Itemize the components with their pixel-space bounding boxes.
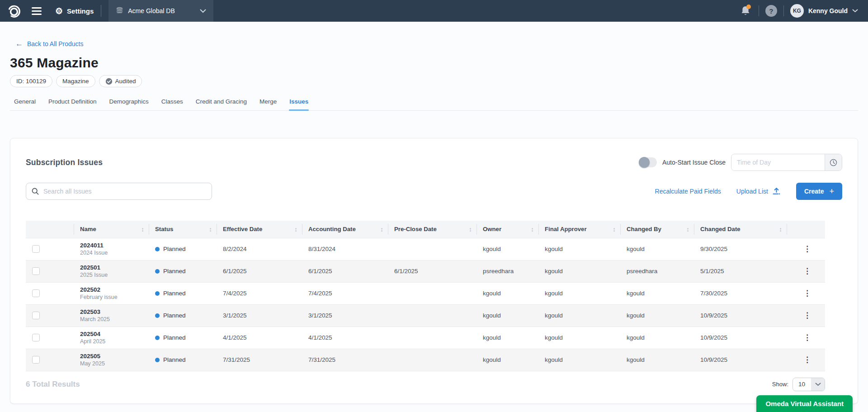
column-header-pre-close-date[interactable]: Pre-Close Date ↕ (388, 221, 476, 238)
accounting-date-cell: 7/31/2025 (302, 349, 388, 371)
tab-issues[interactable]: Issues (289, 98, 309, 110)
row-actions-menu-icon[interactable]: ⋮ (801, 355, 814, 365)
chevron-down-icon (200, 9, 206, 13)
column-header-owner[interactable]: Owner ↕ (476, 221, 538, 238)
row-checkbox[interactable] (32, 267, 40, 275)
card-title: Subscription Issues (26, 158, 103, 167)
status-badge: Magazine (56, 75, 95, 87)
row-checkbox[interactable] (32, 289, 40, 297)
page-size-select[interactable]: 10 (793, 378, 825, 391)
tab-demographics[interactable]: Demographics (109, 98, 149, 110)
sort-icon[interactable]: ↕ (779, 226, 783, 233)
status-badge: Audited (99, 75, 142, 87)
subscription-issues-card: Subscription Issues Auto-Start Issue Clo… (10, 138, 858, 404)
accounting-date-cell: 4/1/2025 (302, 327, 388, 349)
search-input[interactable] (43, 188, 206, 195)
navbar-divider (783, 5, 784, 16)
column-header-status[interactable]: Status ↕ (149, 221, 217, 238)
top-navbar: ⚙ Settings Acme Global DB ? KG Kenny Gou… (0, 0, 868, 22)
row-actions-menu-icon[interactable]: ⋮ (801, 333, 814, 342)
column-header-changed-date[interactable]: Changed Date ↕ (694, 221, 787, 238)
issue-name[interactable]: 202504 (80, 331, 145, 337)
database-selector[interactable]: Acme Global DB (108, 0, 213, 22)
row-checkbox[interactable] (32, 356, 40, 364)
issue-name[interactable]: 202502 (80, 286, 145, 293)
navbar-divider (759, 5, 759, 16)
row-actions-menu-icon[interactable]: ⋮ (801, 311, 814, 320)
effective-date-cell: 4/1/2025 (217, 327, 302, 349)
pre-close-date-cell (388, 238, 476, 260)
issue-name[interactable]: 2024011 (80, 242, 145, 249)
row-actions-menu-icon[interactable]: ⋮ (801, 266, 814, 276)
column-header-accounting-date[interactable]: Accounting Date ↕ (302, 221, 388, 238)
show-label: Show: (772, 381, 788, 388)
final-approver-cell: kgould (538, 238, 620, 260)
final-approver-cell: kgould (538, 327, 620, 349)
tab-merge[interactable]: Merge (259, 98, 277, 110)
row-checkbox[interactable] (32, 312, 40, 319)
owner-cell: kgould (476, 238, 538, 260)
tab-label: Product Definition (48, 98, 97, 105)
column-header-label: Name (80, 226, 96, 232)
status-label: Planned (163, 290, 186, 297)
status-dot-icon (155, 358, 160, 362)
hamburger-menu-icon[interactable] (32, 7, 42, 15)
virtual-assistant-button[interactable]: Omeda Virtual Assistant (756, 395, 853, 412)
column-header-name[interactable]: Name ↕ (74, 221, 149, 238)
sort-icon[interactable]: ↕ (294, 226, 298, 233)
column-header-label: Owner (483, 226, 501, 232)
table-body: 2024011 2024 Issue Planned 8/2/2024 8/31… (26, 238, 825, 371)
navbar-divider (101, 5, 101, 17)
issue-subtitle: 2024 Issue (80, 250, 145, 256)
tab-product-definition[interactable]: Product Definition (48, 98, 97, 110)
sort-icon[interactable]: ↕ (469, 226, 473, 233)
issue-name[interactable]: 202505 (80, 353, 145, 360)
clock-icon[interactable] (825, 154, 842, 170)
help-button[interactable]: ? (765, 5, 777, 17)
row-actions-menu-icon[interactable]: ⋮ (801, 289, 814, 298)
issue-name[interactable]: 202501 (80, 264, 145, 271)
notification-dot (746, 5, 751, 9)
tab-label: General (14, 98, 36, 105)
sort-icon[interactable]: ↕ (613, 226, 617, 233)
gear-icon: ⚙ (55, 7, 63, 15)
tab-label: Merge (259, 98, 277, 105)
back-link[interactable]: ← Back to All Products (15, 40, 84, 47)
sort-icon[interactable]: ↕ (141, 226, 145, 233)
notifications-button[interactable] (741, 5, 750, 16)
tab-bar: General Product Definition Demographics … (10, 98, 858, 111)
column-header-final-approver[interactable]: Final Approver ↕ (538, 221, 620, 238)
owner-cell: psreedhara (476, 260, 538, 282)
recalculate-paid-fields-link[interactable]: Recalculate Paid Fields (655, 188, 721, 195)
table-row: 2024011 2024 Issue Planned 8/2/2024 8/31… (26, 238, 825, 260)
actions-column (787, 221, 825, 238)
issue-name[interactable]: 202503 (80, 308, 145, 315)
row-checkbox[interactable] (32, 245, 40, 253)
changed-by-cell: kgould (620, 304, 694, 327)
chevron-down-icon (852, 9, 858, 13)
user-menu[interactable]: KG Kenny Gould (790, 4, 858, 18)
tab-credit-and-gracing[interactable]: Credit and Gracing (195, 98, 247, 110)
user-name: Kenny Gould (808, 7, 848, 14)
column-header-changed-by[interactable]: Changed By ↕ (620, 221, 694, 238)
nav-settings[interactable]: ⚙ Settings (55, 7, 94, 15)
select-all-column (26, 221, 74, 238)
omeda-logo-icon[interactable] (6, 3, 22, 19)
audited-check-icon (105, 78, 113, 85)
upload-list-link[interactable]: Upload List (736, 187, 781, 195)
tab-general[interactable]: General (14, 98, 36, 110)
final-approver-cell: kgould (538, 304, 620, 327)
column-header-effective-date[interactable]: Effective Date ↕ (217, 221, 302, 238)
sort-icon[interactable]: ↕ (531, 226, 535, 233)
sort-icon[interactable]: ↕ (209, 226, 213, 233)
row-actions-menu-icon[interactable]: ⋮ (801, 244, 814, 254)
time-of-day-field (731, 154, 842, 171)
changed-by-cell: kgould (620, 349, 694, 371)
create-button[interactable]: Create + (796, 183, 842, 200)
tab-classes[interactable]: Classes (161, 98, 184, 110)
auto-start-issue-close-toggle[interactable] (639, 157, 657, 167)
time-of-day-input[interactable] (731, 154, 825, 170)
sort-icon[interactable]: ↕ (380, 226, 384, 233)
row-checkbox[interactable] (32, 334, 40, 341)
sort-icon[interactable]: ↕ (686, 226, 690, 233)
